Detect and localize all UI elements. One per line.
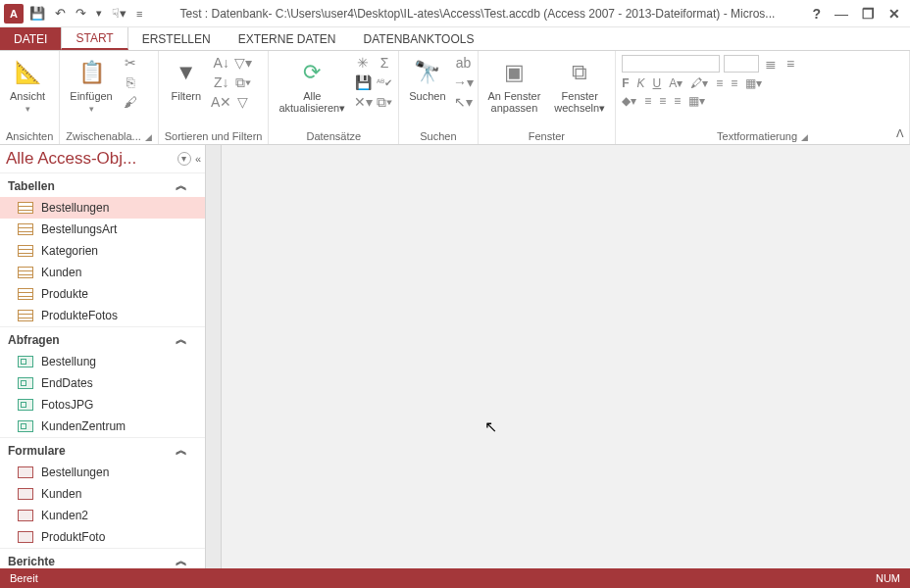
filter-button[interactable]: ▼ Filtern (165, 55, 208, 104)
table-item-kategorien[interactable]: Kategorien (0, 240, 205, 262)
table-item-bestellungsart[interactable]: BestellungsArt (0, 219, 205, 240)
ribbon-collapse-icon[interactable]: ᐱ (896, 127, 904, 140)
sort-asc-icon[interactable]: A↓ (214, 55, 229, 71)
tab-start[interactable]: START (61, 27, 127, 50)
redo-icon[interactable]: ↷ (76, 6, 86, 21)
dialog-launcher-icon[interactable]: ◢ (145, 132, 152, 142)
tab-file[interactable]: DATEI (0, 27, 61, 50)
binoculars-icon: 🔭 (412, 57, 443, 88)
numbering-icon[interactable]: ≡ (783, 56, 798, 72)
nav-category-berichte[interactable]: Berichte︽ (0, 548, 205, 568)
status-ready: Bereit (10, 572, 38, 584)
vertical-scrollbar[interactable] (206, 145, 222, 568)
dialog-launcher-icon[interactable]: ◢ (801, 132, 808, 142)
refresh-icon: ⟳ (296, 57, 328, 88)
save-icon[interactable]: 💾 (29, 6, 45, 21)
list-item-label: Bestellung (41, 355, 96, 368)
nav-category-tabellen[interactable]: Tabellen︽ (0, 172, 205, 197)
help-icon[interactable]: ? (812, 6, 821, 22)
restore-icon[interactable]: ❐ (862, 6, 875, 22)
tab-erstellen[interactable]: ERSTELLEN (128, 27, 225, 50)
indent-left-icon[interactable]: ≡ (716, 76, 723, 90)
form-item-kunden[interactable]: Kunden (0, 483, 205, 505)
table-icon (18, 202, 33, 214)
switch-window-button[interactable]: ⧉ Fensterwechseln▾ (550, 55, 609, 116)
new-record-icon[interactable]: ✳ (355, 55, 371, 71)
font-name-combo[interactable] (622, 55, 720, 73)
query-icon (18, 377, 33, 389)
group-label-fenster: Fenster (484, 128, 610, 144)
fill-color-icon[interactable]: ◆▾ (622, 94, 636, 108)
font-color-icon[interactable]: A▾ (669, 76, 682, 90)
touch-mode-icon[interactable]: ☟▾ (112, 6, 126, 21)
delete-record-icon[interactable]: ✕▾ (355, 94, 371, 110)
view-button[interactable]: 📐 Ansicht ▾ (6, 55, 49, 116)
table-icon (18, 245, 33, 257)
nav-collapse-icon[interactable]: « (195, 153, 199, 165)
table-item-kunden[interactable]: Kunden (0, 262, 205, 283)
advanced-filter-icon[interactable]: ⧉▾ (235, 74, 251, 90)
format-painter-icon[interactable]: 🖌 (123, 94, 138, 110)
status-numlock: NUM (876, 572, 900, 584)
save-record-icon[interactable]: 💾 (355, 74, 371, 90)
paste-button[interactable]: 📋 Einfügen ▾ (66, 55, 116, 116)
align-left-icon[interactable]: ≡ (644, 94, 651, 108)
highlight-icon[interactable]: 🖍▾ (690, 76, 708, 90)
form-icon (18, 510, 33, 521)
list-item-label: Produkte (41, 287, 88, 301)
query-item-kundenzentrum[interactable]: KundenZentrum (0, 416, 205, 437)
sort-desc-icon[interactable]: Z↓ (214, 74, 229, 90)
table-item-produktefotos[interactable]: ProdukteFotos (0, 305, 205, 326)
copy-icon[interactable]: ⎘ (123, 74, 138, 90)
font-size-combo[interactable] (724, 55, 759, 73)
find-button[interactable]: 🔭 Suchen (405, 55, 449, 104)
view-icon: 📐 (12, 57, 43, 88)
table-item-bestellungen[interactable]: Bestellungen (0, 197, 205, 219)
selection-filter-icon[interactable]: ▽▾ (235, 55, 251, 71)
bullets-icon[interactable]: ≣ (763, 56, 779, 72)
refresh-all-button[interactable]: ⟳ Alleaktualisieren▾ (275, 55, 349, 116)
navigation-pane: Alle Access-Obj... ▾ « Tabellen︽ Bestell… (0, 145, 206, 568)
qat-more-icon[interactable]: ▾ (96, 7, 102, 20)
align-right-icon[interactable]: ≡ (674, 94, 681, 108)
gridlines-icon[interactable]: ▦▾ (745, 76, 762, 90)
bold-icon[interactable]: F (622, 76, 629, 90)
toggle-filter-icon[interactable]: ▽ (235, 94, 251, 110)
clear-sort-icon[interactable]: A✕ (214, 94, 229, 110)
query-item-fotosjpg[interactable]: FotosJPG (0, 394, 205, 416)
minimize-icon[interactable]: — (834, 6, 848, 22)
group-zwischenablage: 📋 Einfügen ▾ ✂ ⎘ 🖌 Zwischenabla...◢ (60, 51, 158, 144)
window-controls: ? — ❐ ✕ (812, 6, 906, 22)
form-item-bestellungen[interactable]: Bestellungen (0, 462, 205, 483)
alt-row-color-icon[interactable]: ▦▾ (688, 94, 705, 108)
goto-icon[interactable]: →▾ (456, 74, 472, 90)
align-center-icon[interactable]: ≡ (659, 94, 666, 108)
nav-category-abfragen[interactable]: Abfragen︽ (0, 326, 205, 351)
replace-icon[interactable]: ab (456, 55, 472, 71)
tab-datenbanktools[interactable]: DATENBANKTOOLS (350, 27, 488, 50)
undo-icon[interactable]: ↶ (55, 6, 66, 21)
spelling-icon[interactable]: ᴬᴮ✔ (377, 74, 392, 90)
form-icon (18, 466, 33, 478)
refresh-label: Alleaktualisieren▾ (278, 90, 345, 114)
query-item-bestellung[interactable]: Bestellung (0, 351, 205, 372)
nav-header[interactable]: Alle Access-Obj... ▾ « (0, 145, 205, 172)
select-icon[interactable]: ↖▾ (456, 94, 472, 110)
tab-externe-daten[interactable]: EXTERNE DATEN (225, 27, 350, 50)
table-item-produkte[interactable]: Produkte (0, 283, 205, 305)
underline-icon[interactable]: U (653, 76, 662, 90)
query-item-enddates[interactable]: EndDates (0, 372, 205, 394)
nav-scroll[interactable]: Tabellen︽ Bestellungen BestellungsArt Ka… (0, 172, 205, 568)
nav-category-formulare[interactable]: Formulare︽ (0, 437, 205, 462)
indent-right-icon[interactable]: ≡ (731, 76, 737, 90)
form-item-kunden2[interactable]: Kunden2 (0, 505, 205, 526)
cut-icon[interactable]: ✂ (123, 55, 138, 71)
form-item-produktfoto[interactable]: ProduktFoto (0, 526, 205, 548)
table-icon (18, 288, 33, 300)
close-icon[interactable]: ✕ (888, 6, 900, 22)
more-records-icon[interactable]: ⧉▾ (377, 94, 392, 110)
totals-icon[interactable]: Σ (377, 55, 392, 71)
nav-dropdown-icon[interactable]: ▾ (177, 152, 191, 166)
italic-icon[interactable]: K (637, 76, 645, 90)
fit-window-button[interactable]: ▣ An Fensteranpassen (484, 55, 545, 116)
